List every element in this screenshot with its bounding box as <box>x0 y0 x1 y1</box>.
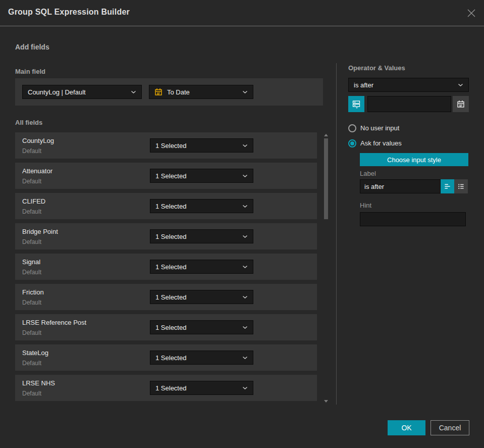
all-fields-list: CountyLog Default 1 Selected Attenuator … <box>15 132 317 401</box>
hint-input[interactable] <box>360 212 466 226</box>
main-field-select-value: CountyLog | Default <box>28 88 86 96</box>
date-picker-button[interactable] <box>453 96 469 112</box>
field-selected-value: 1 Selected <box>155 354 186 362</box>
chevron-down-icon <box>242 326 248 329</box>
date-field-select[interactable]: To Date <box>149 85 253 99</box>
field-selected-value: 1 Selected <box>155 203 186 210</box>
field-name: Friction <box>22 288 44 296</box>
radio-circle-icon <box>348 124 356 132</box>
field-selected-value: 1 Selected <box>155 263 186 271</box>
field-subtitle: Default <box>22 329 41 336</box>
label-caption: Label <box>360 170 376 177</box>
field-name: LRSE NHS <box>22 379 55 387</box>
value-input[interactable] <box>367 96 451 112</box>
calendar-icon <box>457 100 465 108</box>
field-subtitle: Default <box>22 269 41 276</box>
date-field-select-value: To Date <box>167 88 190 96</box>
field-selected-value: 1 Selected <box>155 172 186 180</box>
chevron-down-icon <box>242 295 248 299</box>
radio-ask-for-values[interactable]: Ask for values <box>348 139 402 147</box>
chevron-down-icon <box>242 386 248 390</box>
chevron-down-icon <box>131 90 136 94</box>
field-selected-dropdown[interactable]: 1 Selected <box>150 229 253 243</box>
hint-caption: Hint <box>360 202 371 209</box>
panel-divider <box>336 63 337 405</box>
chevron-down-icon <box>242 144 248 147</box>
field-row: CLIFED Default 1 Selected <box>15 193 317 219</box>
all-fields-heading: All fields <box>15 119 42 126</box>
scroll-up-arrow-icon[interactable] <box>324 132 329 137</box>
field-name: StateLog <box>22 349 48 357</box>
field-subtitle: Default <box>22 299 41 306</box>
field-selected-value: 1 Selected <box>155 233 186 240</box>
field-row: CountyLog Default 1 Selected <box>15 132 317 159</box>
align-left-button[interactable] <box>441 179 454 193</box>
main-field-bar: CountyLog | Default To Date <box>15 78 323 106</box>
bullet-list-icon <box>457 182 465 190</box>
unique-values-icon <box>352 99 361 109</box>
operator-values-heading: Operator & Values <box>348 64 405 72</box>
radio-no-user-input-label: No user input <box>360 124 399 132</box>
group-sql-expression-builder-dialog: Group SQL Expression Builder Add fields … <box>0 0 484 448</box>
field-name: CLIFED <box>22 197 45 205</box>
chevron-down-icon <box>458 83 463 87</box>
main-field-heading: Main field <box>15 68 45 75</box>
chevron-down-icon <box>242 356 248 360</box>
field-subtitle: Default <box>22 208 41 215</box>
field-selected-dropdown[interactable]: 1 Selected <box>150 320 253 334</box>
field-selected-dropdown[interactable]: 1 Selected <box>150 290 253 304</box>
scroll-down-arrow-icon[interactable] <box>324 399 329 404</box>
close-icon[interactable] <box>466 8 477 19</box>
field-name: CountyLog <box>22 137 54 144</box>
dialog-title: Group SQL Expression Builder <box>8 8 130 17</box>
field-subtitle: Default <box>22 178 41 185</box>
field-row: Bridge Point Default 1 Selected <box>15 223 317 250</box>
field-selected-dropdown[interactable]: 1 Selected <box>150 381 253 395</box>
radio-ask-for-values-label: Ask for values <box>360 139 402 147</box>
field-selected-value: 1 Selected <box>155 142 186 150</box>
align-left-icon <box>444 182 451 190</box>
field-name: Attenuator <box>22 167 52 175</box>
field-row: Attenuator Default 1 Selected <box>15 163 317 189</box>
field-row: Signal Default 1 Selected <box>15 254 317 280</box>
field-selected-dropdown[interactable]: 1 Selected <box>150 169 253 183</box>
chevron-down-icon <box>242 205 248 208</box>
field-row: StateLog Default 1 Selected <box>15 344 317 371</box>
ok-button[interactable]: OK <box>388 420 425 435</box>
field-name: LRSE Reference Post <box>22 319 86 326</box>
field-subtitle: Default <box>22 238 41 245</box>
operator-select[interactable]: is after <box>348 78 469 92</box>
main-field-select[interactable]: CountyLog | Default <box>22 85 142 99</box>
chevron-down-icon <box>242 265 248 269</box>
bullet-list-button[interactable] <box>454 179 468 193</box>
field-row: LRSE Reference Post Default 1 Selected <box>15 314 317 340</box>
field-name: Signal <box>22 258 40 266</box>
field-subtitle: Default <box>22 390 41 397</box>
field-name: Bridge Point <box>22 228 58 235</box>
radio-no-user-input[interactable]: No user input <box>348 124 399 132</box>
field-selected-dropdown[interactable]: 1 Selected <box>150 260 253 274</box>
scrollbar-thumb[interactable] <box>324 138 328 219</box>
field-selected-dropdown[interactable]: 1 Selected <box>150 199 253 213</box>
field-selected-value: 1 Selected <box>155 384 186 392</box>
chevron-down-icon <box>242 90 248 94</box>
chevron-down-icon <box>242 235 248 238</box>
cancel-button[interactable]: Cancel <box>431 420 469 435</box>
radio-selected-icon <box>348 139 356 147</box>
add-fields-heading: Add fields <box>15 43 49 51</box>
list-scrollbar <box>324 132 329 404</box>
field-selected-dropdown[interactable]: 1 Selected <box>150 138 253 153</box>
field-selected-value: 1 Selected <box>155 293 186 301</box>
choose-input-style-button[interactable]: Choose input style <box>360 153 468 166</box>
calendar-icon <box>154 88 163 96</box>
field-subtitle: Default <box>22 147 41 155</box>
chevron-down-icon <box>242 174 248 178</box>
operator-select-value: is after <box>354 81 373 89</box>
dialog-header: Group SQL Expression Builder <box>0 0 484 26</box>
field-row: LRSE NHS Default 1 Selected <box>15 375 317 401</box>
field-subtitle: Default <box>22 360 41 367</box>
label-input[interactable] <box>360 179 441 193</box>
field-selected-dropdown[interactable]: 1 Selected <box>150 351 253 365</box>
field-row: Friction Default 1 Selected <box>15 284 317 310</box>
unique-values-button[interactable] <box>348 96 364 112</box>
